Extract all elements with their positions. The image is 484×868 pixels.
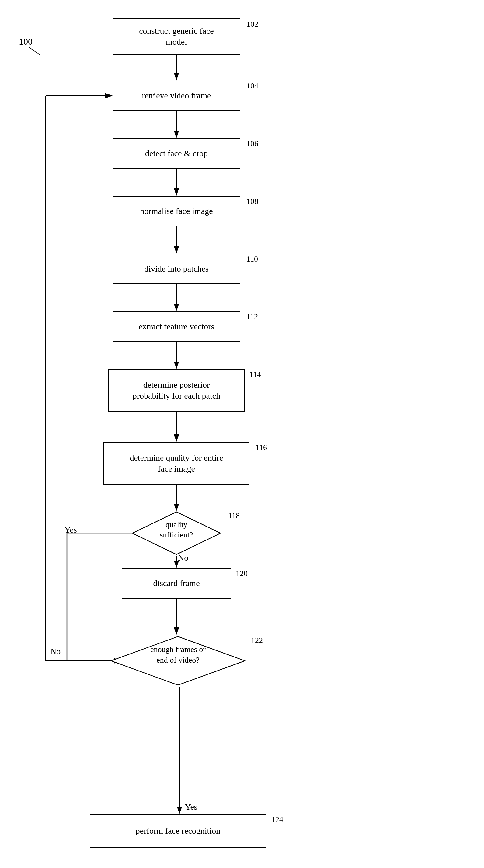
ref-110: 110 <box>247 255 258 264</box>
diagram-id-label: 100 <box>19 36 33 47</box>
ref-124: 124 <box>272 815 283 824</box>
flowchart-diagram: 100 construct generic facemodel 102 retr… <box>0 0 484 868</box>
ref-104: 104 <box>247 82 258 91</box>
label-no-122: No <box>50 647 60 656</box>
ref-108: 108 <box>247 197 258 206</box>
label-yes-118: Yes <box>64 525 77 535</box>
box-normalise-face-image: normalise face image <box>113 196 240 226</box>
svg-line-18 <box>29 47 39 55</box>
arrows-svg <box>0 0 484 868</box>
box-divide-into-patches: divide into patches <box>113 254 240 284</box>
ref-122: 122 <box>251 636 263 645</box>
box-extract-feature-vectors: extract feature vectors <box>113 311 240 342</box>
box-determine-posterior-probability: determine posteriorprobability for each … <box>108 369 245 412</box>
label-no-118: No <box>178 553 188 563</box>
box-discard-frame: discard frame <box>122 568 231 598</box>
diamond-enough-frames: enough frames orend of video? <box>110 635 247 687</box>
box-retrieve-video-frame: retrieve video frame <box>113 81 240 111</box>
box-detect-face-crop: detect face & crop <box>113 138 240 168</box>
label-yes-122: Yes <box>185 802 197 812</box>
ref-116: 116 <box>256 443 267 452</box>
ref-120: 120 <box>236 569 248 578</box>
box-determine-quality-entire-face: determine quality for entireface image <box>104 442 250 485</box>
ref-118: 118 <box>228 511 240 521</box>
box-construct-generic-face-model: construct generic facemodel <box>113 18 240 55</box>
ref-106: 106 <box>247 139 258 148</box>
ref-114: 114 <box>250 370 261 379</box>
ref-102: 102 <box>247 20 258 29</box>
box-perform-face-recognition: perform face recognition <box>90 814 266 848</box>
diamond-quality-sufficient: qualitysufficient? <box>131 510 222 556</box>
ref-112: 112 <box>247 312 258 321</box>
